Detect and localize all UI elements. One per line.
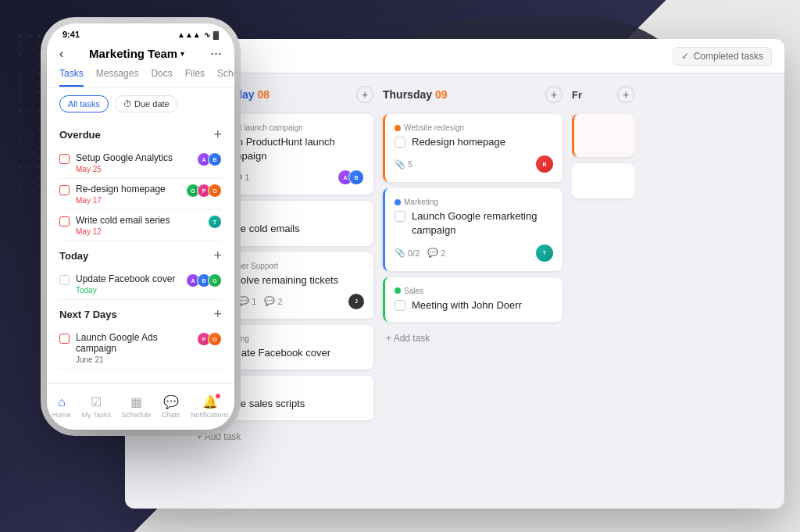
task-tag: Marketing bbox=[395, 198, 553, 206]
avatar-stack: A B bbox=[338, 170, 364, 185]
task-date: May 12 bbox=[76, 227, 202, 236]
list-item[interactable]: Update Facebook cover Today A B G bbox=[59, 269, 222, 300]
avatar: B bbox=[208, 152, 222, 166]
filter-due-date[interactable]: ⏱ Due date bbox=[115, 95, 178, 112]
nav-schedule[interactable]: ▦ Schedule bbox=[122, 395, 152, 419]
col-fri-add[interactable]: + bbox=[617, 86, 634, 103]
list-item[interactable]: Launch Google Ads campaign June 21 P O bbox=[59, 327, 222, 370]
section-title: Next 7 Days bbox=[59, 309, 117, 320]
completed-tasks-label: Completed tasks bbox=[694, 51, 763, 62]
bell-icon: 🔔 bbox=[202, 395, 218, 409]
more-button[interactable]: ··· bbox=[210, 45, 222, 62]
chevron-down-icon: ▾ bbox=[180, 49, 184, 58]
tab-schedule[interactable]: Schedule bbox=[217, 68, 234, 87]
section-overdue-header: Overdue + bbox=[59, 127, 222, 143]
filter-all-tasks[interactable]: All tasks bbox=[59, 95, 109, 112]
comment-count: 💬 2 bbox=[427, 248, 445, 258]
section-add-button[interactable]: + bbox=[213, 248, 222, 264]
col-thu-title: Thursday 09 bbox=[383, 88, 447, 101]
comment-count: 💬 1 bbox=[238, 296, 256, 306]
home-icon: ⌂ bbox=[58, 395, 66, 409]
task-checkbox[interactable] bbox=[59, 185, 70, 195]
add-task-wed[interactable]: + Add task bbox=[194, 427, 373, 447]
task-card[interactable]: Marketing Launch Google remarketing camp… bbox=[383, 188, 562, 270]
avatar: O bbox=[208, 332, 222, 346]
back-button[interactable]: ‹ bbox=[59, 47, 63, 61]
task-name: Update Facebook cover bbox=[76, 273, 180, 284]
tab-docs[interactable]: Docs bbox=[151, 68, 172, 87]
section-add-button[interactable]: + bbox=[213, 127, 222, 143]
tag-dot-green bbox=[395, 287, 401, 294]
check-icon: ✓ bbox=[681, 51, 689, 62]
kanban-col-thursday: Thursday 09 + Website redesign Redesign … bbox=[383, 83, 562, 499]
task-checkbox[interactable] bbox=[59, 154, 70, 164]
tab-messages[interactable]: Messages bbox=[96, 68, 139, 87]
avatar-stack: G P O bbox=[186, 184, 222, 198]
chat-icon: 💬 bbox=[163, 395, 179, 409]
task-title: Plan ProductHunt launch campaign bbox=[223, 135, 364, 163]
task-info: Re-design homepage May 17 bbox=[76, 184, 180, 205]
task-name: Launch Google Ads campaign bbox=[76, 332, 191, 354]
col-thu-add[interactable]: + bbox=[545, 86, 562, 103]
col-fri-header: Fr + bbox=[572, 83, 634, 106]
nav-notifications[interactable]: 🔔 Notifications bbox=[191, 395, 229, 419]
completed-tasks-button[interactable]: ✓ Completed tasks bbox=[673, 47, 772, 66]
task-date: May 17 bbox=[76, 196, 180, 205]
add-task-thu[interactable]: + Add task bbox=[383, 328, 562, 348]
tab-files[interactable]: Files bbox=[185, 68, 205, 87]
task-name: Re-design homepage bbox=[76, 184, 180, 195]
col-thu-header: Thursday 09 + bbox=[383, 83, 562, 106]
task-list: Overdue + Setup Google Analytics May 25 … bbox=[47, 120, 234, 370]
signal-icon: ▲▲▲ bbox=[177, 30, 201, 39]
section-title: Overdue bbox=[59, 129, 101, 141]
task-checkbox[interactable] bbox=[59, 334, 70, 344]
task-card[interactable]: Sales Meeting with John Doerr bbox=[383, 277, 562, 322]
task-card[interactable]: Website redesign Redesign homepage 📎 5 R bbox=[383, 114, 562, 182]
task-title: Meeting with John Doerr bbox=[412, 298, 522, 312]
task-checkbox[interactable] bbox=[395, 211, 405, 222]
attachment-count: 📎 0/2 bbox=[395, 248, 420, 258]
task-name: Setup Google Analytics bbox=[76, 152, 191, 163]
tag-dot-orange bbox=[395, 125, 401, 131]
avatar-stack: A B G bbox=[186, 273, 222, 287]
attachment-count: 📎 5 bbox=[395, 159, 412, 170]
avatar-stack: T bbox=[208, 215, 222, 229]
avatar-stack: A B bbox=[197, 152, 222, 166]
tag-label: Sales bbox=[404, 287, 423, 295]
task-date: Today bbox=[76, 286, 180, 295]
task-checkbox[interactable] bbox=[395, 137, 405, 148]
section-add-button[interactable]: + bbox=[213, 306, 222, 323]
kanban-col-friday: Fr + bbox=[572, 83, 634, 499]
nav-chats[interactable]: 💬 Chats bbox=[162, 395, 180, 419]
tab-tasks[interactable]: Tasks bbox=[59, 68, 84, 87]
task-date: May 25 bbox=[76, 165, 191, 173]
task-date: June 21 bbox=[76, 355, 191, 364]
mobile-phone: 9:41 ▲▲▲ ∿ ▓ ‹ Marketing Team ▾ ··· Task… bbox=[47, 23, 234, 430]
phone-header: ‹ Marketing Team ▾ ··· bbox=[47, 42, 234, 68]
task-checkbox[interactable] bbox=[59, 275, 70, 285]
task-info: Launch Google Ads campaign June 21 bbox=[76, 332, 191, 364]
task-checkbox[interactable] bbox=[395, 300, 405, 311]
nav-home[interactable]: ⌂ Home bbox=[52, 395, 71, 419]
nav-label: My Tasks bbox=[82, 411, 111, 419]
list-item[interactable]: Write cold email series May 12 T bbox=[59, 210, 222, 241]
filter-row: All tasks ⏱ Due date bbox=[47, 87, 234, 120]
list-item[interactable]: Write cold email series June 28 T bbox=[59, 370, 222, 370]
phone-statusbar: 9:41 ▲▲▲ ∿ ▓ bbox=[47, 23, 234, 42]
avatar: T bbox=[536, 245, 553, 262]
list-item[interactable]: Re-design homepage May 17 G P O bbox=[59, 179, 222, 210]
col-wed-add[interactable]: + bbox=[356, 86, 373, 103]
section-7days-header: Next 7 Days + bbox=[59, 306, 222, 323]
schedule-icon: ▦ bbox=[130, 395, 142, 409]
col-fri-title: Fr bbox=[572, 89, 582, 101]
battery-icon: ▓ bbox=[213, 30, 219, 39]
nav-my-tasks[interactable]: ☑ My Tasks bbox=[82, 395, 111, 419]
task-tag: Website redesign bbox=[395, 123, 553, 132]
task-title: Resolve remaining tickets bbox=[223, 273, 338, 287]
tasks-icon: ☑ bbox=[91, 395, 102, 409]
list-item[interactable]: Setup Google Analytics May 25 A B bbox=[59, 148, 222, 179]
tag-label: Website redesign bbox=[404, 123, 464, 132]
statusbar-icons: ▲▲▲ ∿ ▓ bbox=[177, 30, 219, 39]
task-checkbox[interactable] bbox=[59, 216, 70, 227]
task-title: Update Facebook cover bbox=[223, 346, 330, 360]
